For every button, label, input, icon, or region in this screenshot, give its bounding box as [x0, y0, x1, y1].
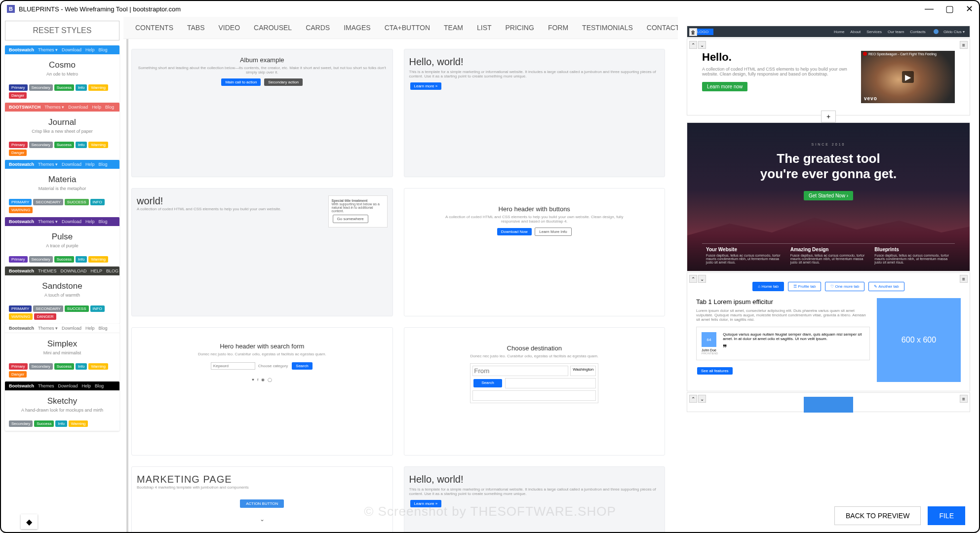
canvas-partial-block[interactable]: ⌃⌄ ≡	[687, 392, 970, 412]
move-up-button[interactable]: ⌃	[689, 41, 697, 49]
marketing-page-card[interactable]: MARKETING PAGE Bootstrap 4 marketing tem…	[131, 466, 393, 532]
nav-item-pricing[interactable]: PRICING	[506, 24, 534, 32]
dest-sub: Donec nec justo leo. Curabitur odio, ege…	[409, 354, 660, 358]
theme-card-cosmo[interactable]: Bootswatch Themes ▾ Download Help Blog C…	[5, 45, 119, 103]
theme-name: Cosmo	[9, 60, 116, 70]
nav-item-video[interactable]: VIDEO	[219, 24, 240, 32]
marketing-sub: Bootstrap 4 marketing template with jumb…	[137, 485, 388, 490]
panel-title: Special title treatment	[332, 199, 368, 202]
album-example-card[interactable]: Album example Something short and leadin…	[131, 49, 393, 177]
badge: Danger	[9, 371, 27, 378]
nav-item-team[interactable]: TEAM	[444, 24, 463, 32]
feature-column: BlueprintsFusce dapibus, tellus ac cursu…	[870, 243, 955, 264]
maximize-icon[interactable]: ▢	[945, 3, 954, 14]
badge: Secondary	[29, 142, 53, 148]
badge: SECONDARY	[33, 199, 63, 205]
theme-header: Bootswatch Themes ▾ Download Help Blog	[5, 324, 119, 333]
nav-item-cards[interactable]: CARDS	[306, 24, 330, 32]
reset-styles-button[interactable]: RESET STYLES	[5, 21, 119, 40]
tabs-menu-button[interactable]: ≡	[960, 275, 968, 283]
badge: Info	[76, 142, 87, 148]
hello2-sub: This is a template for a simple marketin…	[409, 487, 660, 496]
theme-card-journal[interactable]: BOOTSWATCH Themes ▾ Download Help Blog J…	[5, 103, 119, 160]
see-features-btn[interactable]: See all features	[697, 367, 733, 375]
delete-block-button[interactable]: 🗑	[689, 28, 697, 36]
canvas-tabs-block[interactable]: ⌃⌄ ≡ ⌂ Home tab☰ Profile tab♡ One more t…	[687, 272, 970, 391]
nav-item-list[interactable]: LIST	[477, 24, 492, 32]
tab-pill[interactable]: ⌂ Home tab	[752, 282, 784, 291]
badge: WARNING	[9, 207, 33, 213]
nav-item-tabs[interactable]: TABS	[187, 24, 205, 32]
video-thumbnail[interactable]: REO Speedwagon - Can't Fight This Feelin…	[861, 51, 955, 103]
back-to-preview-button[interactable]: BACK TO PREVIEW	[834, 506, 921, 525]
theme-tagline: A trace of purple	[9, 243, 116, 248]
theme-name: Sketchy	[9, 396, 116, 406]
canvas-navbar-block[interactable]: 🗑 LOGO HomeAboutServicesOur teamContacts…	[687, 26, 970, 38]
add-block-button[interactable]: +	[821, 111, 836, 122]
badge: SUCCESS	[65, 199, 89, 205]
canvas-mountain-block[interactable]: ⌃⌄ ≡ SINCE 2010 The greatest tool you're…	[687, 122, 970, 271]
tab-pill[interactable]: ☰ Profile tab	[788, 282, 821, 291]
theme-card-sandstone[interactable]: Bootswatch THEMES DOWNLOAD HELP BLOG San…	[5, 266, 119, 324]
nav-item-carousel[interactable]: CAROUSEL	[254, 24, 292, 32]
file-button[interactable]: FILE	[928, 506, 965, 525]
hero-buttons-card[interactable]: Hero header with buttons A collection of…	[404, 188, 666, 316]
move-down-button[interactable]: ⌄	[698, 395, 706, 403]
close-icon[interactable]: ✕	[966, 3, 973, 14]
theme-name: Simplex	[9, 339, 116, 349]
badge: Info	[76, 363, 87, 370]
chevron-down-icon: ⌄	[137, 516, 388, 523]
hello-world-card-1[interactable]: Hello, world! This is a template for a s…	[404, 49, 666, 177]
badge: INFO	[90, 305, 105, 312]
nav-item-contents[interactable]: CONTENTS	[135, 24, 173, 32]
marketing-btn: ACTION BUTTON	[240, 499, 284, 508]
nav-item-ctabutton[interactable]: CTA+BUTTON	[385, 24, 430, 32]
badge: Warning	[88, 256, 108, 263]
hero-search-card[interactable]: Hero header with search form Donec nec j…	[131, 327, 393, 456]
dest-from	[472, 366, 568, 376]
testimonial-card: 64 John Doe FRONTEND Quisque varius augu…	[696, 327, 870, 360]
panel-sub: With supporting text below as a natural …	[332, 202, 380, 213]
mt-title2: you're ever gonna get.	[760, 166, 897, 181]
move-down-button[interactable]: ⌄	[698, 41, 706, 49]
hero-menu-button[interactable]: ≡	[960, 41, 968, 49]
badge: WARNING	[9, 313, 33, 320]
nav-item-images[interactable]: IMAGES	[344, 24, 370, 32]
nav-item-testimonials[interactable]: TESTIMONIALS	[582, 24, 633, 32]
canvas-hero-block[interactable]: ⌃⌄ ≡ Hello. A collection of coded HTML a…	[687, 38, 970, 115]
component-gallery: Album example Something short and leadin…	[126, 39, 678, 532]
marketing-title: MARKETING PAGE	[137, 474, 388, 485]
move-up-button[interactable]: ⌃	[689, 275, 697, 283]
nav-user: Gildo Cius ▾	[943, 30, 965, 34]
album-btn1: Main call to action	[221, 78, 261, 86]
nav-item-form[interactable]: FORM	[548, 24, 568, 32]
hello2-title: Hello, world!	[409, 474, 660, 485]
choose-destination-card[interactable]: Choose destination Donec nec justo leo. …	[404, 327, 666, 456]
category-nav: CONTENTSTABSVIDEOCAROUSELCARDSIMAGESCTA+…	[123, 17, 678, 39]
hello2-btn: Learn more »	[410, 500, 442, 507]
theme-card-sketchy[interactable]: Bootswatch Themes Download Help Blog Ske…	[5, 381, 119, 431]
testi-role: FRONTEND	[702, 352, 718, 355]
canvas-hero-btn[interactable]: Learn more now	[702, 82, 747, 91]
brush-tool-button[interactable]: ◆	[21, 514, 38, 529]
theme-card-pulse[interactable]: Bootswatch Themes ▾ Download Help Blog P…	[5, 217, 119, 266]
herobuttons-btn1: Download Now	[497, 228, 532, 235]
mt-get-started-btn[interactable]: Get Started Now ›	[804, 191, 853, 200]
minimize-icon[interactable]: —	[925, 3, 934, 14]
hello1-sub: This is a template for a simple marketin…	[409, 70, 660, 78]
vevo-logo: vevo	[864, 96, 877, 101]
nav-item-contact[interactable]: CONTACT	[647, 24, 678, 32]
partial-menu-button[interactable]: ≡	[960, 395, 968, 403]
tab-content-title: Tab 1 Lorem ipsum efficitur	[696, 298, 870, 305]
move-down-button[interactable]: ⌄	[698, 275, 706, 283]
world-panel-card[interactable]: Special title treatment With supporting …	[131, 188, 393, 316]
tab-pill[interactable]: ♡ One more tab	[825, 282, 864, 291]
theme-name: Pulse	[9, 232, 116, 242]
herobuttons-sub: A collection of coded HTML and CSS eleme…	[409, 215, 660, 224]
move-up-button[interactable]: ⌃	[689, 395, 697, 403]
theme-card-simplex[interactable]: Bootswatch Themes ▾ Download Help Blog S…	[5, 324, 119, 381]
theme-card-materia[interactable]: Bootswatch Themes ▾ Download Help Blog M…	[5, 160, 119, 217]
hello-world-card-2[interactable]: Hello, world! This is a template for a s…	[404, 466, 666, 532]
hello1-title: Hello, world!	[409, 56, 660, 68]
tab-pill[interactable]: ✎ Another tab	[868, 282, 904, 291]
